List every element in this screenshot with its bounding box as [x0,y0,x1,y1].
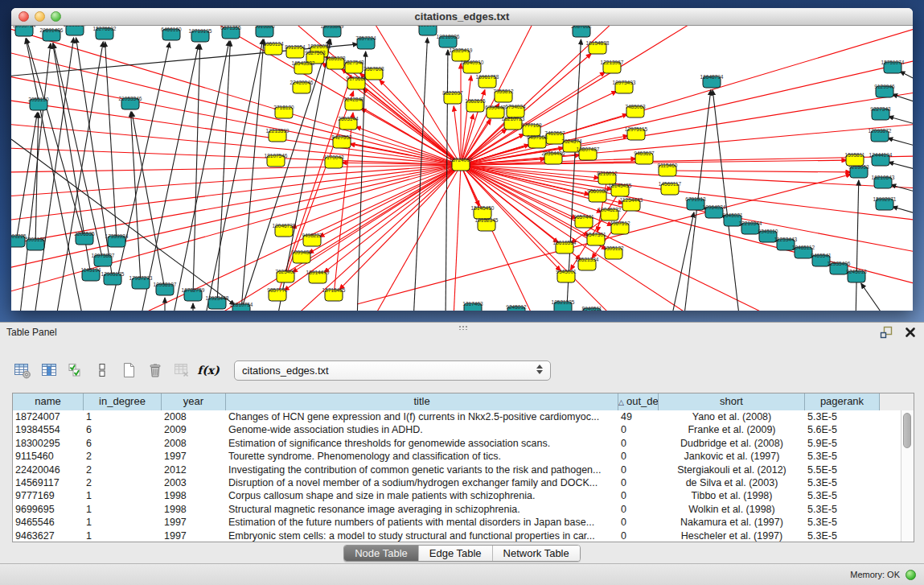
table-cell[interactable]: 19384554 [13,423,84,436]
table-cell[interactable]: 2003 [162,476,226,489]
network-edge[interactable] [11,139,235,305]
table-cell[interactable]: 1 [84,516,162,529]
minimize-window-button[interactable] [35,11,45,22]
network-edge[interactable] [27,39,84,239]
table-row[interactable]: 2242004622012Investigating the contribut… [13,463,901,476]
zoom-window-button[interactable] [51,11,61,22]
table-cell[interactable]: 18724007 [13,410,84,423]
table-cell[interactable]: 2012 [162,463,226,476]
table-cell[interactable]: 14569117 [13,476,84,489]
network-edge[interactable] [856,180,859,311]
table-cell[interactable]: 5.3E-5 [805,410,880,423]
network-edge[interactable] [217,41,230,303]
column-header-name[interactable]: name [13,393,84,410]
table-mode-button[interactable] [12,360,33,380]
network-edge[interactable] [359,73,461,165]
network-edge[interactable] [461,165,534,311]
table-cell[interactable]: Jankovic et al. (1997) [659,450,805,463]
table-cell[interactable]: 5.9E-5 [805,437,880,450]
table-row[interactable]: 946554611997Estimation of the future num… [13,516,901,529]
table-cell[interactable]: Estimation of the future numbers of pati… [226,516,618,529]
table-cell[interactable]: Franke et al. (2009) [659,423,805,436]
network-edge[interactable] [53,43,103,261]
column-header-year[interactable]: year [162,393,226,410]
table-cell[interactable]: Embryonic stem cells: a model to study s… [226,529,618,542]
panel-resize-grip[interactable] [458,325,468,330]
table-cell[interactable]: Dudbridge et al. (2008) [659,437,805,450]
apply-function-button[interactable]: f(x) [198,360,219,380]
table-cell[interactable]: Nakamura et al. (1997) [659,516,805,529]
network-window-titlebar[interactable]: citations_edges.txt [11,8,913,26]
table-cell[interactable]: 0 [618,529,659,542]
network-edge[interactable] [889,163,913,171]
network-edge[interactable] [193,44,200,295]
table-cell[interactable]: 0 [618,423,659,436]
table-cell[interactable]: 5.3E-5 [805,489,880,502]
table-cell[interactable]: 9463627 [13,529,84,542]
table-cell[interactable]: Tourette syndrome. Phenomenology and cla… [226,450,618,463]
show-columns-button[interactable] [39,360,60,380]
network-edge[interactable] [11,165,461,220]
table-cell[interactable]: Hescheler et al. (1997) [659,529,805,542]
network-edge[interactable] [140,44,199,311]
table-cell[interactable]: 2008 [162,410,226,423]
network-edge[interactable] [889,117,913,126]
table-cell[interactable]: Investigating the contribution of common… [226,463,618,476]
table-row[interactable]: 1830029562008Estimation of significance … [13,437,901,450]
network-edge[interactable] [461,60,913,165]
tab-network-table[interactable]: Network Table [493,546,580,561]
table-cell[interactable]: 0 [618,463,659,476]
table-cell[interactable]: 5.3E-5 [805,503,880,516]
network-edge[interactable] [322,63,461,165]
table-cell[interactable]: 5.3E-5 [805,516,880,529]
table-cell[interactable]: Estimation of significance thresholds fo… [226,437,618,450]
network-edge[interactable] [888,138,913,147]
network-edge[interactable] [241,39,264,310]
network-edge[interactable] [461,165,913,188]
table-row[interactable]: 1872400712008Changes of HCN gene express… [13,410,901,423]
table-cell[interactable]: 1 [84,489,162,502]
table-cell[interactable]: 2 [84,476,162,489]
table-cell[interactable]: 5.5E-5 [805,463,880,476]
table-cell[interactable]: 5.3E-5 [805,529,880,542]
table-cell[interactable]: 1997 [162,516,226,529]
table-cell[interactable]: 0 [618,450,659,463]
table-cell[interactable]: Stergiakouli et al. (2012) [659,463,805,476]
network-edge[interactable] [319,165,461,237]
network-edge[interactable] [900,72,913,82]
close-panel-icon[interactable] [905,327,916,341]
table-select-dropdown[interactable]: citations_edges.txt [234,360,551,381]
table-cell[interactable]: 1 [84,529,162,542]
table-cell[interactable]: 6 [84,423,162,436]
row-height-button[interactable] [92,360,113,380]
table-row[interactable]: 1456911722003Disruption of a novel membe… [13,476,901,489]
table-cell[interactable]: 0 [618,503,659,516]
table-cell[interactable]: 2 [84,463,162,476]
network-edge[interactable] [361,109,461,165]
network-edge[interactable] [355,126,461,165]
network-edge[interactable] [172,41,229,311]
table-cell[interactable]: Tibbo et al. (1998) [659,489,805,502]
table-cell[interactable]: 5.3E-5 [805,450,880,463]
network-edge[interactable] [713,90,740,311]
table-cell[interactable]: 9115460 [13,450,84,463]
network-edge[interactable] [11,76,461,165]
table-cell[interactable]: 9465546 [13,516,84,529]
table-cell[interactable]: 9777169 [13,489,84,502]
table-cell[interactable]: 0 [618,489,659,502]
new-table-button[interactable] [118,360,139,380]
table-scrollbar[interactable] [901,410,914,542]
table-cell[interactable]: 22420046 [13,463,84,476]
tab-node-table[interactable]: Node Table [344,546,419,561]
table-cell[interactable]: 18300295 [13,437,84,450]
table-row[interactable]: 969969511998Structural magnetic resonanc… [13,503,901,516]
table-row[interactable]: 977716911998Corpus callosum shape and si… [13,489,901,502]
column-header-title[interactable]: title [226,393,618,410]
network-edge[interactable] [454,165,461,311]
table-cell[interactable]: Yano et al. (2008) [659,410,805,423]
table-row[interactable]: 1938455462009Genome-wide association stu… [13,423,901,436]
table-cell[interactable]: 1998 [162,503,226,516]
table-cell[interactable]: Disruption of a novel member of a sodium… [226,476,618,489]
table-cell[interactable]: Changes of HCN gene expression and I(f) … [226,410,618,423]
network-canvas[interactable]: 1905572420691406108532871527660264661601… [11,26,913,311]
